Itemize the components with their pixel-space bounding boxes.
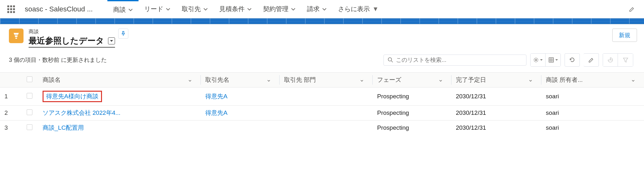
svg-point-0 — [388, 58, 392, 61]
chevron-down-icon[interactable] — [128, 8, 133, 12]
cell-account: 得意先A — [201, 106, 280, 121]
refresh-button[interactable] — [565, 53, 580, 67]
cell-name: 得意先A様向け商談 — [38, 88, 201, 106]
display-as-button[interactable] — [546, 53, 561, 67]
col-label: フェーズ — [377, 76, 401, 83]
cell-name: ソアスク株式会社 2022年4... — [38, 106, 201, 121]
chevron-down-icon[interactable] — [203, 7, 208, 11]
cell-phase: Prospecting — [373, 106, 451, 121]
nav-tab-billing[interactable]: 請求 — [301, 0, 332, 18]
list-view-dropdown-icon[interactable] — [108, 37, 115, 44]
list-header: 商談 最近参照したデータ 新規 3 個の項目・数秒前 に更新されました — [0, 24, 644, 68]
cell-owner: soari — [541, 88, 644, 106]
new-button[interactable]: 新規 — [612, 29, 637, 42]
svg-rect-2 — [549, 58, 553, 62]
col-owner[interactable]: 商談 所有者...⌄ — [541, 73, 644, 88]
col-close[interactable]: 完了予定日⌄ — [451, 73, 541, 88]
cell-dept — [280, 121, 373, 135]
nav-tab-label: 商談 — [113, 5, 126, 14]
table-row: 3 商談_LC配置用 Prospecting 2030/12/31 soari — [0, 121, 644, 135]
cell-owner: soari — [541, 106, 644, 121]
list-settings-button[interactable] — [530, 53, 546, 67]
nav-tab-opportunity[interactable]: 商談 — [107, 0, 139, 18]
chevron-down-icon[interactable] — [166, 7, 170, 11]
chevron-down-icon[interactable] — [322, 7, 327, 11]
nav-tab-quote-cond[interactable]: 見積条件 — [214, 0, 257, 18]
records-table: 商談名⌄ 取引先名⌄ 取引先 部門⌄ フェーズ⌄ 完了予定日⌄ 商談 所有者..… — [0, 72, 644, 135]
row-number: 2 — [0, 106, 22, 121]
account-link[interactable]: 得意先A — [205, 109, 227, 116]
decor-pattern-bar — [0, 18, 644, 24]
col-dept[interactable]: 取引先 部門⌄ — [280, 73, 373, 88]
list-meta-text: 3 個の項目・数秒前 に更新されました — [9, 56, 107, 64]
nav-tab-lead[interactable]: リード — [139, 0, 176, 18]
cell-close: 2030/12/31 — [451, 121, 541, 135]
record-link[interactable]: 得意先A様向け商談 — [46, 93, 98, 100]
chevron-down-icon[interactable]: ⌄ — [528, 76, 533, 83]
chart-button[interactable] — [603, 53, 618, 67]
chevron-down-icon[interactable] — [247, 7, 252, 11]
record-link[interactable]: ソアスク株式会社 2022年4... — [43, 109, 120, 116]
list-view-title[interactable]: 最近参照したデータ — [29, 35, 104, 46]
cell-dept — [280, 106, 373, 121]
chevron-down-icon[interactable]: ⌄ — [266, 76, 271, 83]
chevron-down-icon[interactable]: ⌄ — [438, 76, 443, 83]
cell-account: 得意先A — [201, 88, 280, 106]
row-checkbox[interactable] — [27, 124, 32, 130]
row-number: 1 — [0, 88, 22, 106]
col-select-all[interactable] — [22, 73, 38, 88]
nav-tab-account[interactable]: 取引先 — [176, 0, 214, 18]
nav-tab-label: 契約管理 — [263, 5, 288, 13]
object-label: 商談 — [29, 29, 115, 35]
top-nav: soasc - SalesCloud ... 商談 リード 取引先 見積条件 契… — [0, 0, 644, 18]
col-label: 商談名 — [43, 76, 61, 83]
search-icon — [388, 57, 393, 63]
app-name: soasc - SalesCloud ... — [22, 5, 98, 13]
col-name[interactable]: 商談名⌄ — [38, 73, 201, 88]
nav-tab-label: 請求 — [307, 5, 320, 13]
cell-dept — [280, 88, 373, 106]
col-label: 商談 所有者... — [546, 76, 583, 83]
filter-button[interactable] — [618, 53, 633, 67]
col-label: 取引先名 — [205, 76, 229, 83]
cell-account — [201, 121, 280, 135]
edit-nav-icon[interactable] — [629, 6, 635, 12]
nav-tab-label: 見積条件 — [219, 5, 245, 13]
nav-tab-more[interactable]: さらに表示 ▼ — [332, 0, 384, 18]
caret-down-icon[interactable]: ▼ — [372, 5, 379, 13]
svg-point-1 — [535, 59, 537, 61]
row-checkbox[interactable] — [27, 93, 32, 99]
cell-phase: Prospecting — [373, 121, 451, 135]
nav-tab-label: 取引先 — [182, 5, 201, 13]
inline-edit-button[interactable] — [584, 53, 599, 67]
row-number: 3 — [0, 121, 22, 135]
col-label: 取引先 部門 — [284, 76, 316, 83]
list-search[interactable] — [383, 55, 526, 66]
account-link[interactable]: 得意先A — [205, 93, 227, 100]
nav-tab-contract[interactable]: 契約管理 — [257, 0, 301, 18]
app-launcher-icon[interactable] — [0, 5, 22, 13]
cell-owner: soari — [541, 121, 644, 135]
chevron-down-icon[interactable] — [291, 7, 295, 11]
row-checkbox[interactable] — [27, 109, 32, 115]
nav-tab-label: リード — [144, 5, 163, 13]
cell-phase: Prospecting — [373, 88, 451, 106]
record-link[interactable]: 商談_LC配置用 — [43, 124, 84, 131]
chevron-down-icon[interactable]: ⌄ — [631, 76, 636, 83]
opportunity-icon — [9, 29, 24, 43]
cell-close: 2030/12/31 — [451, 106, 541, 121]
table-row: 1 得意先A様向け商談 得意先A Prospecting 2030/12/31 … — [0, 88, 644, 106]
col-rownum — [0, 73, 22, 88]
col-account[interactable]: 取引先名⌄ — [201, 73, 280, 88]
col-label: 完了予定日 — [456, 76, 486, 83]
cell-name: 商談_LC配置用 — [38, 121, 201, 135]
nav-tabs: 商談 リード 取引先 見積条件 契約管理 請求 さらに表示 ▼ — [107, 0, 384, 18]
nav-tab-label: さらに表示 — [338, 5, 370, 13]
chevron-down-icon[interactable]: ⌄ — [187, 76, 193, 83]
cell-close: 2030/12/31 — [451, 88, 541, 106]
checkbox[interactable] — [27, 76, 32, 82]
pin-list-button[interactable] — [118, 29, 128, 39]
col-phase[interactable]: フェーズ⌄ — [373, 73, 451, 88]
chevron-down-icon[interactable]: ⌄ — [359, 76, 364, 83]
list-search-input[interactable] — [396, 57, 522, 63]
